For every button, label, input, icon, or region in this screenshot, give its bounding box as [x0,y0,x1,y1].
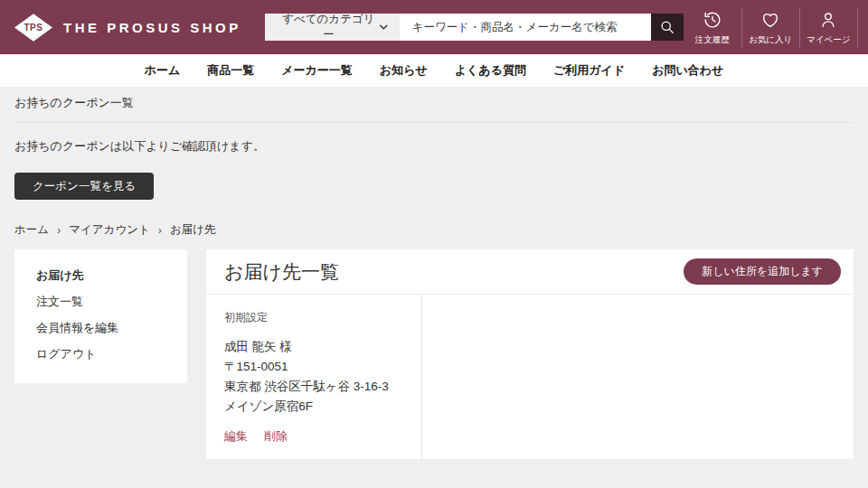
address-grid: 初期設定 成田 龍矢 様 〒151-0051 東京都 渋谷区千駄ヶ谷 3-16-… [206,295,854,459]
search-icon [658,18,676,36]
nav-item-contact[interactable]: お問い合わせ [652,62,723,79]
content-row: お届け先 注文一覧 会員情報を編集 ログアウト お届け先一覧 新しい住所を追加し… [14,249,854,459]
address-name: 成田 龍矢 様 [224,337,403,357]
chevron-down-icon [379,23,389,31]
section-divider [14,122,854,123]
account-sidebar: お届け先 注文一覧 会員情報を編集 ログアウト [14,249,187,383]
nav-item-guide[interactable]: ご利用ガイド [553,62,625,79]
address-card: 初期設定 成田 龍矢 様 〒151-0051 東京都 渋谷区千駄ヶ谷 3-16-… [206,295,422,459]
history-clock-icon [703,9,722,31]
sidebar-item-orders[interactable]: 注文一覧 [36,289,165,315]
nav-item-news[interactable]: お知らせ [380,62,428,79]
brand-diamond-logo: TPS [14,14,52,42]
main-nav: ホーム 商品一覧 メーカー一覧 お知らせ よくある質問 ご利用ガイド お問い合わ… [0,54,868,87]
nav-item-home[interactable]: ホーム [145,62,181,79]
nav-item-products[interactable]: 商品一覧 [207,62,254,79]
user-icon [818,9,838,31]
category-select[interactable]: すべてのカテゴリー [265,14,400,41]
coupon-description: お持ちのクーポンは以下よりご確認頂けます。 [14,138,854,155]
breadcrumb: ホーム › マイアカウント › お届け先 [14,222,854,238]
address-actions: 編集 削除 [224,428,403,445]
address-line2: メイゾン原宿6F [224,397,403,417]
header-action-favorites[interactable]: お気に入り [741,7,799,48]
sidebar-item-addresses[interactable]: お届け先 [36,263,165,289]
site-header: TPS THE PROSUS SHOP すべてのカテゴリー 注文履歴 [0,0,868,54]
edit-address-link[interactable]: 編集 [224,428,248,445]
address-line1: 東京都 渋谷区千駄ヶ谷 3-16-3 [224,377,403,397]
add-address-button[interactable]: 新しい住所を追加します [684,258,841,285]
breadcrumb-separator: › [158,224,162,237]
view-coupons-button[interactable]: クーポン一覧を見る [14,173,154,200]
search-bar: すべてのカテゴリー [265,14,684,41]
header-action-label: お気に入り [749,34,792,46]
header-action-mypage[interactable]: マイページ [799,7,857,48]
coupon-section-title: お持ちのクーポン一覧 [14,87,854,111]
nav-item-faq[interactable]: よくある質問 [455,62,526,79]
sidebar-item-logout[interactable]: ログアウト [36,342,165,368]
header-action-order-history[interactable]: 注文履歴 [684,7,741,48]
default-address-tag: 初期設定 [224,310,403,325]
header-action-label: マイページ [807,34,850,46]
address-postal-code: 〒151-0051 [224,357,403,377]
heart-icon [760,9,780,31]
breadcrumb-current: お届け先 [170,222,216,238]
panel-header: お届け先一覧 新しい住所を追加します [206,249,854,295]
header-actions: 注文履歴 お気に入り マイページ [684,7,868,48]
search-button[interactable] [651,14,684,41]
logo-text: TPS [24,23,43,33]
brand-name: THE PROSUS SHOP [63,20,241,35]
delete-address-link[interactable]: 削除 [264,428,288,445]
category-select-label: すべてのカテゴリー [278,12,379,42]
header-action-label: 注文履歴 [695,34,730,46]
breadcrumb-my-account[interactable]: マイアカウント [69,222,150,238]
breadcrumb-home[interactable]: ホーム [14,222,49,238]
sidebar-item-edit-profile[interactable]: 会員情報を編集 [36,315,165,342]
brand-logo-link[interactable]: TPS THE PROSUS SHOP [14,14,241,42]
header-action-cart[interactable]: 3 カート [857,7,868,48]
search-input[interactable] [400,14,651,41]
nav-item-makers[interactable]: メーカー一覧 [281,62,353,79]
addresses-panel: お届け先一覧 新しい住所を追加します 初期設定 成田 龍矢 様 〒151-005… [206,249,854,459]
page-body: お持ちのクーポン一覧 お持ちのクーポンは以下よりご確認頂けます。 クーポン一覧を… [0,87,868,459]
page-title: お届け先一覧 [224,259,339,285]
breadcrumb-separator: › [57,224,61,237]
